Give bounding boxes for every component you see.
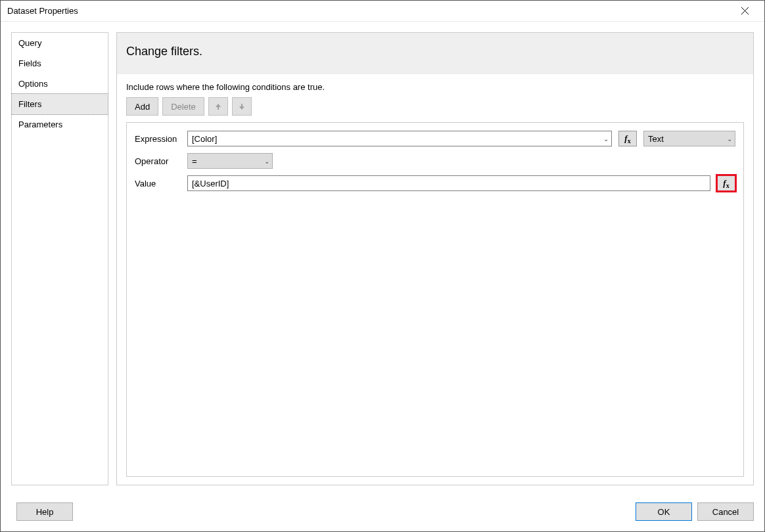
- main-area: Query Fields Options Filters Parameters …: [1, 22, 764, 496]
- operator-label: Operator: [135, 156, 181, 166]
- move-down-button[interactable]: [232, 97, 252, 116]
- chevron-down-icon: ⌄: [603, 135, 609, 143]
- instruction-text: Include rows where the following conditi…: [126, 82, 744, 92]
- value-input[interactable]: [187, 175, 710, 191]
- move-up-button[interactable]: [208, 97, 228, 116]
- operator-row: Operator = ⌄: [135, 153, 735, 169]
- filter-toolbar: Add Delete: [126, 97, 744, 116]
- content-panel: Change filters. Include rows where the f…: [116, 32, 754, 485]
- filter-editor: Expression [Color] ⌄ fx Text ⌄: [126, 122, 744, 477]
- expression-combo[interactable]: [Color] ⌄: [187, 131, 612, 146]
- value-fx-button[interactable]: fx: [717, 175, 735, 191]
- expression-value: [Color]: [192, 134, 217, 144]
- fx-icon: fx: [624, 133, 630, 144]
- chevron-down-icon: ⌄: [264, 158, 269, 165]
- value-row: Value fx: [135, 175, 735, 191]
- operator-combo[interactable]: = ⌄: [187, 153, 273, 169]
- titlebar: Dataset Properties: [1, 1, 764, 22]
- cancel-button[interactable]: Cancel: [697, 502, 754, 521]
- sidebar-item-options[interactable]: Options: [12, 74, 108, 94]
- chevron-down-icon: ⌄: [727, 135, 732, 143]
- dataset-properties-dialog: Dataset Properties Query Fields Options …: [0, 0, 765, 532]
- ok-button[interactable]: OK: [636, 502, 692, 521]
- delete-button[interactable]: Delete: [162, 97, 204, 116]
- content-header: Change filters.: [117, 33, 753, 74]
- close-icon: [741, 7, 749, 14]
- page-heading: Change filters.: [126, 45, 744, 58]
- help-button[interactable]: Help: [16, 502, 73, 521]
- window-title: Dataset Properties: [7, 6, 78, 16]
- expression-fx-button[interactable]: fx: [618, 131, 637, 146]
- sidebar-item-query[interactable]: Query: [12, 33, 108, 53]
- arrow-up-icon: [214, 102, 222, 110]
- sidebar-item-parameters[interactable]: Parameters: [12, 114, 108, 135]
- value-label: Value: [135, 179, 181, 188]
- fx-icon: fx: [723, 178, 729, 188]
- sidebar: Query Fields Options Filters Parameters: [11, 32, 108, 485]
- close-button[interactable]: [731, 2, 758, 20]
- add-button[interactable]: Add: [126, 97, 158, 116]
- sidebar-item-filters[interactable]: Filters: [11, 93, 108, 115]
- expression-type-value: Text: [648, 134, 664, 144]
- content-body: Include rows where the following conditi…: [117, 74, 753, 485]
- arrow-down-icon: [238, 102, 246, 110]
- operator-value: =: [192, 156, 197, 166]
- dialog-footer: Help OK Cancel: [1, 496, 764, 531]
- expression-label: Expression: [135, 134, 181, 144]
- expression-row: Expression [Color] ⌄ fx Text ⌄: [135, 131, 735, 146]
- expression-type-combo[interactable]: Text ⌄: [643, 131, 735, 146]
- sidebar-item-fields[interactable]: Fields: [12, 53, 108, 74]
